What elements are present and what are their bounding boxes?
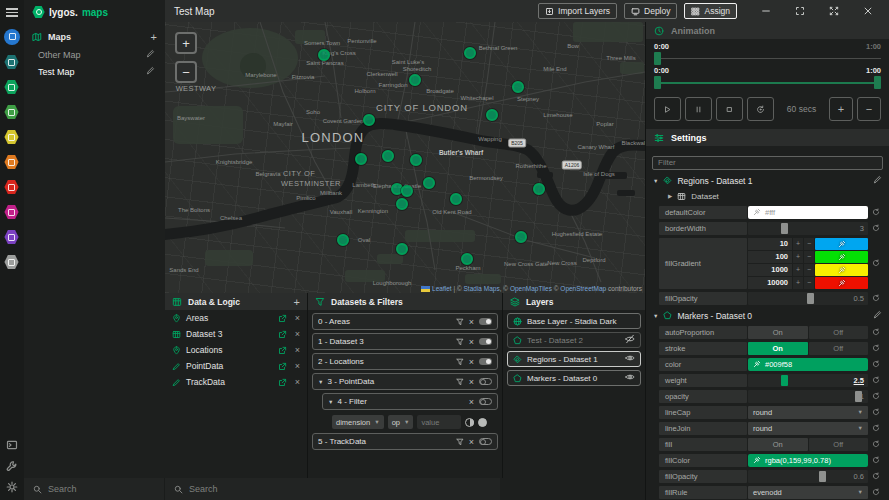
remove-icon[interactable]: ×: [295, 377, 300, 387]
filter-value-input[interactable]: [417, 415, 461, 429]
reset-icon[interactable]: [868, 222, 883, 235]
map-marker-5[interactable]: [363, 114, 375, 126]
layer-row-base-layer-stadia-dark[interactable]: Base Layer - Stadia Dark: [507, 313, 641, 329]
opacity-slider[interactable]: 1: [748, 390, 868, 403]
reset-icon[interactable]: [868, 470, 883, 483]
map-marker-9[interactable]: [423, 177, 435, 189]
loop-button[interactable]: [747, 97, 774, 121]
data-search-input[interactable]: [189, 484, 491, 494]
decrease-button[interactable]: −: [804, 238, 814, 250]
decrease-button[interactable]: −: [804, 251, 814, 263]
fill-on-button[interactable]: On: [748, 438, 808, 451]
eyedropper-icon[interactable]: [753, 456, 761, 464]
open-external-icon[interactable]: [278, 346, 287, 355]
map-marker-4[interactable]: [486, 109, 498, 121]
lineCap-select[interactable]: round▼: [748, 406, 868, 419]
visibility-toggle[interactable]: [479, 398, 492, 405]
reset-icon[interactable]: [868, 406, 883, 419]
map-marker-15[interactable]: [337, 234, 349, 246]
map-marker-13[interactable]: [450, 193, 462, 205]
gradient-stop-value[interactable]: 1000: [748, 264, 792, 276]
map-canvas[interactable]: WESTWAYLONDONCITY OF LONDONCITY OFWESTMI…: [165, 22, 645, 293]
duration-increase-button[interactable]: +: [829, 97, 853, 121]
add-map-button[interactable]: +: [151, 31, 157, 43]
import-layers-button[interactable]: Import Layers: [538, 3, 617, 19]
slider-handle[interactable]: [781, 375, 788, 386]
map-marker-14[interactable]: [533, 183, 545, 195]
play-button[interactable]: [654, 97, 681, 121]
expand-caret-icon[interactable]: ▶: [668, 193, 672, 199]
fillRule-select[interactable]: evenodd▼: [748, 486, 868, 499]
eye-icon[interactable]: [625, 372, 635, 384]
map-marker-8[interactable]: [410, 154, 422, 166]
color-input[interactable]: #009f58: [748, 358, 868, 371]
map-marker-11[interactable]: [401, 185, 413, 197]
open-external-icon[interactable]: [278, 378, 287, 387]
dataset-row-0-areas[interactable]: 0 - Areas×: [312, 313, 498, 330]
visibility-toggle[interactable]: [479, 378, 492, 385]
data-item-locations[interactable]: Locations×: [165, 342, 307, 358]
map-marker-18[interactable]: [515, 231, 527, 243]
fillOpacity-slider[interactable]: 0.5: [748, 292, 868, 305]
reset-icon[interactable]: [868, 486, 883, 499]
eyedropper-icon[interactable]: [753, 208, 761, 216]
layer-settings-header-markers-dataset-0[interactable]: ▼Markers - Dataset 0: [646, 309, 889, 323]
dimension-select[interactable]: dimension▼: [332, 415, 384, 429]
hamburger-menu-icon[interactable]: [6, 6, 18, 19]
remove-icon[interactable]: ×: [295, 361, 300, 371]
timeline2-handle-end[interactable]: [874, 76, 881, 89]
reset-icon[interactable]: [868, 206, 883, 219]
timeline-slider-1[interactable]: [654, 52, 881, 66]
edit-pencil-icon[interactable]: [146, 66, 155, 77]
autoProportion-on-button[interactable]: On: [748, 326, 808, 339]
map-marker-7[interactable]: [382, 150, 394, 162]
collapse-caret-icon[interactable]: ▼: [653, 178, 658, 184]
layer-settings-header-regions-dataset-1[interactable]: ▼Regions - Dataset 1: [646, 174, 889, 188]
open-external-icon[interactable]: [278, 314, 287, 323]
remove-icon[interactable]: ×: [295, 345, 300, 355]
collapse-caret-icon[interactable]: ▼: [318, 379, 323, 385]
map-marker-2[interactable]: [409, 74, 421, 86]
data-item-pointdata[interactable]: PointData×: [165, 358, 307, 374]
timeline-slider-2[interactable]: [654, 76, 881, 90]
filter-icon[interactable]: [456, 438, 464, 446]
reset-icon[interactable]: [868, 422, 883, 435]
gradient-stop-value[interactable]: 10: [748, 238, 792, 250]
weight-slider[interactable]: 2.5: [748, 374, 868, 387]
dataset-row-4-filter[interactable]: ▼4 - Filter×: [322, 393, 498, 410]
fill-off-button[interactable]: Off: [809, 438, 869, 451]
edit-layer-icon[interactable]: [873, 175, 882, 186]
eye-icon[interactable]: [625, 353, 635, 365]
map-marker-12[interactable]: [396, 198, 408, 210]
duration-decrease-button[interactable]: −: [857, 97, 881, 121]
dataset-row-2-locations[interactable]: 2 - Locations×: [312, 353, 498, 370]
edit-pencil-icon[interactable]: [146, 49, 155, 60]
slider-handle[interactable]: [819, 471, 826, 482]
half-circle-toggle-icon[interactable]: [465, 418, 474, 427]
remove-icon[interactable]: ×: [469, 337, 474, 347]
assign-button[interactable]: Assign: [684, 3, 737, 19]
remove-icon[interactable]: ×: [469, 377, 474, 387]
wrench-icon[interactable]: [4, 458, 20, 474]
data-item-areas[interactable]: Areas×: [165, 310, 307, 326]
leaflet-link[interactable]: Leaflet: [432, 285, 452, 292]
remove-icon[interactable]: ×: [469, 317, 474, 327]
reset-icon[interactable]: [868, 374, 883, 387]
layer-row-regions-dataset-1[interactable]: Regions - Dataset 1: [507, 351, 641, 367]
visibility-toggle[interactable]: [479, 318, 492, 325]
pause-button[interactable]: [685, 97, 712, 121]
remove-icon[interactable]: ×: [469, 437, 474, 447]
layer-row-markers-dataset-0[interactable]: Markers - Dataset 0: [507, 370, 641, 386]
collapse-caret-icon[interactable]: ▼: [328, 399, 333, 405]
reset-icon[interactable]: [868, 342, 883, 355]
close-button[interactable]: [851, 6, 885, 16]
timeline2-handle-start[interactable]: [654, 76, 661, 89]
timeline1-handle[interactable]: [654, 52, 661, 65]
filter-icon[interactable]: [456, 338, 464, 346]
reset-icon[interactable]: [868, 238, 883, 289]
layer-row-test-dataset-2[interactable]: Test - Dataset 2: [507, 332, 641, 348]
gradient-stop-color[interactable]: [815, 277, 868, 289]
open-external-icon[interactable]: [278, 362, 287, 371]
expand-button[interactable]: [817, 6, 851, 16]
op-select[interactable]: op▼: [388, 415, 414, 429]
